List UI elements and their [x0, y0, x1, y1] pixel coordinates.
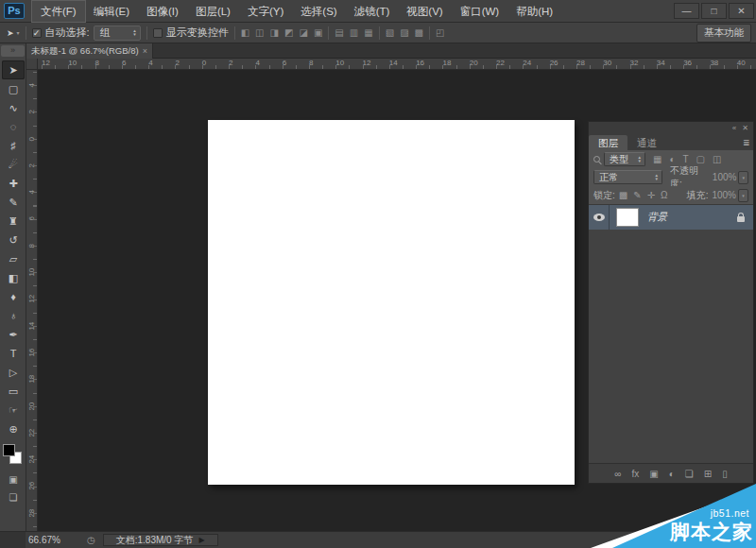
layer-style-icon[interactable]: fx — [631, 469, 639, 479]
type-tool[interactable]: T — [2, 344, 25, 363]
document-info-text: 文档:1.83M/0 字节 — [116, 534, 194, 547]
opacity-value[interactable]: 100% — [713, 172, 737, 182]
layer-list: 背景 — [589, 204, 753, 463]
panel-tab[interactable]: 图层 — [589, 135, 627, 150]
opacity-dropdown-icon[interactable]: ▾ — [738, 171, 748, 184]
panel-close-icon[interactable]: ✕ — [742, 124, 748, 132]
dodge-tool[interactable]: ♁ — [2, 306, 25, 325]
filter-smart-objects-icon[interactable]: ◫ — [713, 154, 721, 164]
add-layer-mask-icon[interactable]: ▣ — [649, 469, 658, 479]
minimize-button[interactable]: — — [674, 3, 699, 19]
new-layer-icon[interactable]: ⊞ — [704, 469, 712, 479]
lasso-tool[interactable]: ∿ — [2, 98, 25, 117]
shape-tool[interactable]: ▭ — [2, 382, 25, 401]
gradient-tool[interactable]: ◧ — [2, 268, 25, 287]
filter-adjustment-layers-icon[interactable]: ◐ — [669, 154, 675, 164]
distribute-left-icon[interactable]: ▧ — [386, 27, 394, 38]
panel-tab[interactable]: 通道 — [627, 135, 666, 150]
menu-item[interactable]: 视图(V) — [398, 1, 451, 22]
pen-tool[interactable]: ✒ — [2, 325, 25, 344]
distribute-h-centers-icon[interactable]: ▨ — [400, 27, 408, 38]
new-group-icon[interactable]: ❏ — [685, 469, 694, 479]
zoom-level-field[interactable]: 66.67% — [28, 535, 60, 545]
panel-menu-icon[interactable]: ≣ — [743, 138, 750, 147]
lock-transparency-icon[interactable]: ▩ — [619, 190, 627, 200]
背景[interactable]: 背景 — [589, 205, 753, 230]
document-canvas[interactable] — [208, 120, 575, 485]
separator — [146, 26, 147, 40]
auto-select-dropdown[interactable]: 组 ▲▼ — [94, 26, 141, 41]
menu-item[interactable]: 文字(Y) — [239, 1, 292, 22]
menu-item[interactable]: 图层(L) — [187, 1, 239, 22]
align-v-centers-icon[interactable]: ◪ — [299, 27, 307, 38]
history-brush-tool[interactable]: ↺ — [2, 231, 25, 249]
new-adjustment-layer-icon[interactable]: ◐ — [669, 469, 675, 479]
menu-item[interactable]: 选择(S) — [292, 1, 345, 22]
workspace-switcher-button[interactable]: 基本功能 — [696, 24, 751, 43]
tool-preset-caret-icon[interactable]: ▾ — [17, 29, 20, 36]
blend-mode-dropdown[interactable]: 正常 ▲▼ — [593, 170, 662, 184]
lock-all-icon[interactable]: Ω — [661, 190, 667, 200]
lock-image-icon[interactable]: ✎ — [633, 190, 641, 200]
tool-icon: ↺ — [9, 234, 17, 247]
status-menu-arrow-icon[interactable]: ▶ — [198, 536, 204, 544]
auto-select-checkbox[interactable]: ✓ — [32, 28, 42, 38]
eraser-tool[interactable]: ▱ — [2, 249, 25, 268]
clone-stamp-tool[interactable]: ♜ — [2, 212, 25, 231]
align-top-edges-icon[interactable]: ◩ — [284, 27, 293, 38]
filter-kind-dropdown[interactable]: 类型 ▲▼ — [604, 152, 645, 166]
crop-tool[interactable]: ♯ — [2, 136, 25, 155]
delete-layer-icon[interactable]: ▯ — [722, 469, 728, 479]
distribute-right-icon[interactable]: ▩ — [415, 27, 423, 38]
distribute-top-icon[interactable]: ▤ — [335, 27, 343, 38]
ps-logo: Ps — [4, 3, 25, 19]
filter-type-layers-icon[interactable]: T — [683, 154, 689, 164]
filter-shape-layers-icon[interactable]: ▢ — [696, 154, 705, 164]
toolbar-collapse-icon[interactable]: » — [1, 45, 25, 57]
zoom-tool[interactable]: ⊕ — [2, 420, 25, 438]
link-layers-icon[interactable]: ∞ — [614, 469, 621, 479]
screen-mode-icon[interactable]: ❏ — [9, 492, 18, 503]
photoshop-window: Ps 文件(F)编辑(E)图像(I)图层(L)文字(Y)选择(S)滤镜(T)视图… — [0, 0, 756, 548]
fill-value[interactable]: 100% — [712, 190, 736, 200]
maximize-button[interactable]: □ — [701, 3, 727, 19]
align-bottom-edges-icon[interactable]: ▣ — [314, 27, 322, 38]
lock-position-icon[interactable]: ✛ — [647, 190, 655, 200]
quick-selection-tool[interactable]: ◌ — [2, 117, 25, 136]
distribute-v-centers-icon[interactable]: ▥ — [350, 27, 358, 38]
align-left-edges-icon[interactable]: ◧ — [241, 27, 249, 38]
blur-tool[interactable]: ♦ — [2, 287, 25, 306]
menu-item[interactable]: 帮助(H) — [507, 1, 561, 22]
tool-icon: ▷ — [9, 367, 17, 379]
panel-dock-header: « ✕ — [589, 122, 753, 134]
quick-mask-icon[interactable]: ▣ — [9, 474, 17, 485]
layer-thumbnail[interactable] — [616, 208, 639, 227]
brush-tool[interactable]: ✎ — [2, 193, 25, 212]
menu-item[interactable]: 滤镜(T) — [346, 1, 399, 22]
healing-brush-tool[interactable]: ✚ — [2, 174, 25, 193]
menu-item[interactable]: 编辑(E) — [85, 1, 138, 22]
distribute-bottom-icon[interactable]: ▦ — [364, 27, 372, 38]
close-button[interactable]: ✕ — [729, 3, 754, 19]
marquee-tool[interactable]: ▢ — [2, 79, 25, 98]
show-transform-checkbox[interactable] — [153, 28, 163, 38]
filter-pixel-layers-icon[interactable]: ▦ — [653, 154, 662, 164]
collapse-panels-icon[interactable]: « — [732, 124, 736, 132]
fill-dropdown-icon[interactable]: ▾ — [738, 189, 748, 202]
visibility-cell[interactable] — [589, 205, 610, 230]
auto-align-icon[interactable]: ◰ — [436, 27, 444, 38]
layer-name: 背景 — [647, 211, 667, 224]
menu-item[interactable]: 图像(I) — [138, 1, 187, 22]
align-right-edges-icon[interactable]: ◨ — [270, 27, 279, 38]
document-tab[interactable]: 未标题-1 @ 66.7%(RGB/8) × — [26, 43, 153, 59]
tab-close-icon[interactable]: × — [143, 46, 147, 56]
menu-item[interactable]: 窗口(W) — [452, 1, 508, 22]
hand-tool[interactable]: ☞ — [2, 401, 25, 420]
menu-item[interactable]: 文件(F) — [32, 1, 85, 22]
foreground-color-swatch[interactable] — [3, 444, 15, 456]
align-h-centers-icon[interactable]: ◫ — [255, 27, 264, 38]
eyedropper-tool[interactable]: ☄ — [2, 155, 25, 174]
move-tool[interactable]: ➤ — [2, 60, 25, 79]
fill-label: 填充: — [687, 189, 709, 202]
path-selection-tool[interactable]: ▷ — [2, 363, 25, 382]
